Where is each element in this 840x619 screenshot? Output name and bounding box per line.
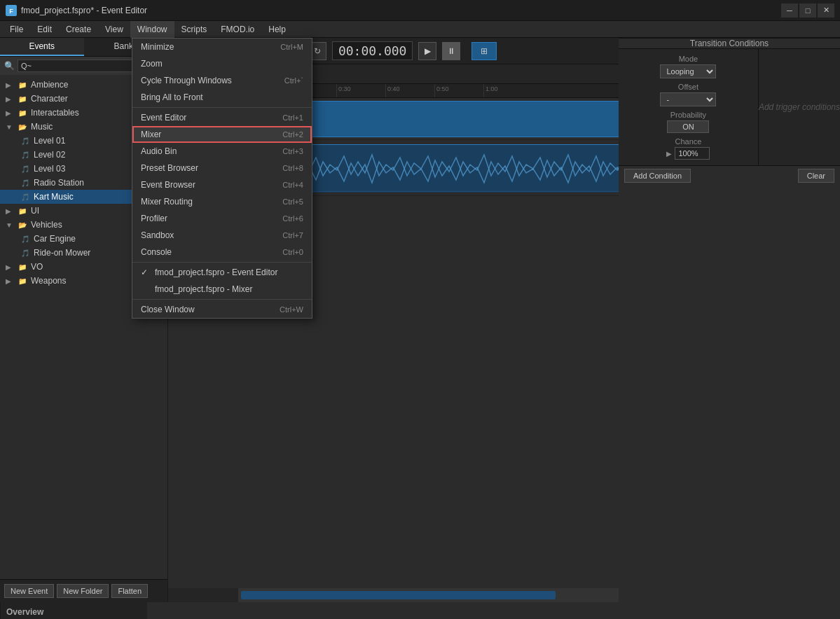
menu-item-label: Audio Bin: [141, 146, 177, 156]
menu-separator: [132, 107, 312, 108]
menu-item-mixer-routing[interactable]: Mixer Routing Ctrl+5: [132, 193, 312, 210]
menu-item-label: Zoom: [141, 59, 163, 69]
menu-help[interactable]: Help: [261, 21, 293, 38]
new-folder-button[interactable]: New Folder: [57, 584, 109, 598]
maximize-btn[interactable]: □: [799, 4, 816, 18]
offset-control: Offset -: [624, 83, 752, 106]
svg-text:F: F: [9, 8, 13, 15]
shortcut-label: Ctrl+W: [280, 305, 303, 314]
menu-edit[interactable]: Edit: [30, 21, 59, 38]
menu-item-event-editor-check[interactable]: ✓ fmod_project.fspro - Event Editor: [132, 264, 312, 281]
shortcut-label: Ctrl+5: [282, 197, 303, 206]
shortcut-label: Ctrl+2: [282, 130, 303, 139]
clear-button[interactable]: Clear: [798, 169, 834, 183]
tab-events[interactable]: Events: [0, 38, 84, 56]
menu-item-audio-bin[interactable]: Audio Bin Ctrl+3: [132, 143, 312, 160]
add-trigger-text: Add trigger conditions: [759, 102, 840, 112]
chance-label: Chance: [675, 137, 701, 146]
grid-view-btn[interactable]: ⊞: [471, 42, 497, 60]
menu-scripts[interactable]: Scripts: [174, 21, 214, 38]
overview-section: Overview: [1, 602, 147, 619]
offset-select[interactable]: -: [660, 92, 716, 106]
shortcut-label: Ctrl+`: [284, 76, 303, 85]
menu-item-sandbox[interactable]: Sandbox Ctrl+7: [132, 227, 312, 244]
overview-title: Overview: [6, 607, 43, 617]
menu-item-label: Mixer Routing: [141, 197, 193, 207]
menu-item-label: Minimize: [141, 42, 174, 52]
folder-icon: 📁: [17, 108, 28, 118]
app-icon: F: [6, 5, 17, 16]
menu-item-label: fmod_project.fspro - Mixer: [155, 284, 252, 294]
pause-btn[interactable]: ⏸: [442, 42, 460, 60]
menu-item-cycle[interactable]: Cycle Through Windows Ctrl+`: [132, 72, 312, 89]
transition-controls: Mode Looping Offset - Probability ON: [619, 49, 759, 165]
menu-item-event-browser[interactable]: Event Browser Ctrl+4: [132, 176, 312, 193]
menu-item-mixer[interactable]: Mixer Ctrl+2: [132, 126, 312, 143]
menu-window[interactable]: Window: [130, 21, 174, 38]
transport-time-display: 00:00.000: [332, 41, 413, 60]
region-block[interactable]: [241, 591, 556, 599]
transition-main-area: Add trigger conditions: [759, 49, 840, 165]
chance-input[interactable]: [675, 147, 710, 160]
tree-arrow: ▼: [6, 221, 14, 229]
flatten-button[interactable]: Flatten: [111, 584, 148, 598]
shortcut-label: Ctrl+3: [282, 147, 303, 155]
transition-panel: Transition Conditions Mode Looping Offse…: [619, 38, 840, 178]
folder-icon: 📂: [17, 220, 28, 230]
menu-file[interactable]: File: [3, 21, 30, 38]
menu-item-profiler[interactable]: Profiler Ctrl+6: [132, 210, 312, 227]
audio-icon: 🎵: [20, 150, 31, 160]
new-event-button[interactable]: New Event: [4, 584, 54, 598]
region-end-block: [571, 591, 616, 599]
menu-item-close-window[interactable]: Close Window Ctrl+W: [132, 301, 312, 318]
menu-item-console[interactable]: Console Ctrl+0: [132, 244, 312, 260]
tree-label: Interactables: [31, 108, 79, 118]
audio-icon: 🎵: [20, 178, 31, 188]
folder-icon: 📁: [17, 262, 28, 272]
audio-icon: 🎵: [20, 234, 31, 244]
tree-label: Level 01: [34, 136, 65, 146]
right-panel: Overview ▼ Parameters Lists parameters i…: [0, 602, 147, 619]
main-layout: Events Banks 🔍 ▶ 📁 Ambience ▶ 📁 Characte…: [0, 38, 840, 602]
menu-item-label: Event Browser: [141, 180, 195, 190]
mode-select[interactable]: Looping: [660, 64, 716, 78]
menu-item-label: Cycle Through Windows: [141, 76, 232, 85]
play-btn[interactable]: ▶: [418, 42, 436, 60]
menu-item-bring-all[interactable]: Bring All to Front: [132, 89, 312, 106]
transition-body: Mode Looping Offset - Probability ON: [619, 49, 840, 165]
chance-control: Chance ▶: [624, 137, 752, 160]
menu-view[interactable]: View: [98, 21, 130, 38]
menu-item-minimize[interactable]: Minimize Ctrl+M: [132, 39, 312, 55]
tree-label: Vehicles: [31, 220, 62, 230]
tree-label: Ambience: [31, 80, 68, 90]
tree-label: Weapons: [31, 276, 66, 286]
menu-item-zoom[interactable]: Zoom: [132, 55, 312, 72]
sidebar-bottom: New Event New Folder Flatten: [0, 579, 167, 602]
menu-bar: File Edit Create View Window Scripts FMO…: [0, 21, 840, 38]
overview-header: Overview: [1, 602, 147, 619]
ruler-mark: 0:30: [336, 84, 385, 97]
tree-arrow: ▼: [6, 123, 14, 131]
tree-label: UI: [31, 206, 39, 216]
menu-create[interactable]: Create: [59, 21, 98, 38]
tree-label: VO: [31, 262, 43, 272]
close-btn[interactable]: ✕: [818, 4, 834, 18]
ruler-mark: 0:50: [434, 84, 483, 97]
transition-title: Transition Conditions: [690, 39, 769, 48]
probability-btn[interactable]: ON: [667, 120, 709, 133]
tree-label: Character: [31, 94, 68, 104]
audio-icon: 🎵: [20, 192, 31, 202]
menu-item-mixer-check[interactable]: ✓ fmod_project.fspro - Mixer: [132, 281, 312, 298]
transition-conditions-header: Transition Conditions: [619, 39, 840, 49]
menu-fmodio[interactable]: FMOD.io: [214, 21, 261, 38]
window-title: fmod_project.fspro* - Event Editor: [21, 6, 781, 15]
tree-label: Music: [31, 122, 53, 132]
menu-item-preset-browser[interactable]: Preset Browser Ctrl+8: [132, 160, 312, 176]
minimize-btn[interactable]: ─: [781, 4, 798, 18]
add-condition-button[interactable]: Add Condition: [624, 169, 691, 183]
search-icon: 🔍: [4, 61, 15, 71]
tree-arrow: ▶: [6, 263, 14, 271]
menu-item-label: Bring All to Front: [141, 92, 203, 102]
menu-item-event-editor[interactable]: Event Editor Ctrl+1: [132, 109, 312, 126]
tree-arrow: ▶: [6, 277, 14, 285]
